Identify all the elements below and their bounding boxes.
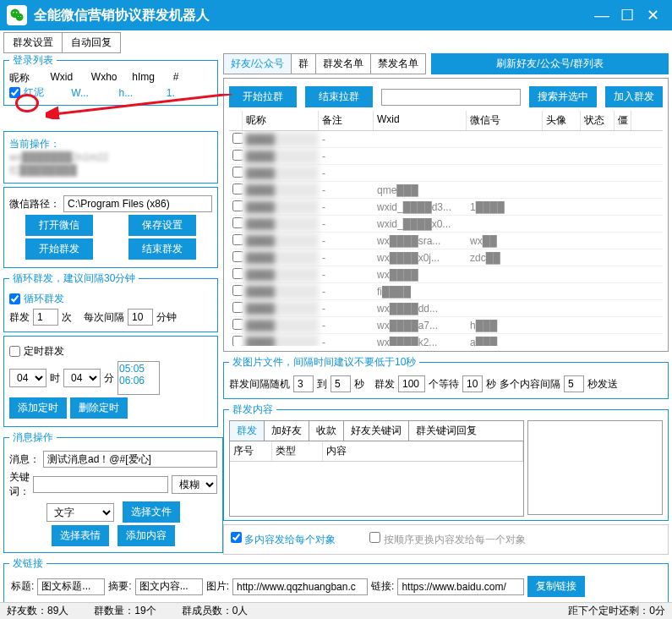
save-settings-button[interactable]: 保存设置 (128, 215, 196, 236)
add-timer-button[interactable]: 添加定时 (9, 397, 67, 419)
window-title: 全能微信营销协议群发机器人 (34, 7, 589, 25)
status-members: 群成员数：0人 (182, 604, 249, 618)
timer-list[interactable]: 05:0506:06 (117, 361, 160, 395)
wx-path-label: 微信路径： (9, 197, 60, 211)
choose-emoji-button[interactable]: 选择表情 (52, 525, 109, 546)
add-to-send-button[interactable]: 加入群发 (605, 86, 663, 107)
message-input[interactable] (43, 451, 217, 468)
main-tabs: 群发设置 自动回复 (3, 32, 121, 53)
keyword-input[interactable] (33, 476, 168, 493)
refresh-button[interactable]: 刷新好友/公众号/群列表 (431, 53, 669, 74)
table-row[interactable]: ████ - wx████x0j... zdc██ (229, 249, 663, 266)
link-summary-input[interactable] (135, 578, 203, 595)
tab-auto-reply[interactable]: 自动回复 (63, 33, 120, 52)
loop-checkbox[interactable] (9, 293, 20, 304)
choose-file-button[interactable]: 选择文件 (123, 501, 180, 523)
send-content-tabs: 群发 加好友 收款 好友关键词 群关键词回复 (229, 420, 524, 441)
wx-path-input[interactable] (63, 195, 212, 212)
login-row[interactable]: 红泥 W... h... 1. (9, 85, 212, 100)
timer-min-select[interactable]: 04 (63, 369, 101, 387)
status-groups: 群数量：19个 (94, 604, 156, 618)
table-row[interactable]: ████ - wx████a7... h███ (229, 317, 663, 334)
search-select-button[interactable]: 搜索并选中 (529, 86, 597, 107)
open-wechat-button[interactable]: 打开微信 (25, 215, 93, 236)
table-row[interactable]: ████ - (229, 148, 663, 165)
statusbar: 好友数：89人 群数量：19个 群成员数：0人 距下个定时还剩：0分 (0, 602, 672, 619)
batch-count-input[interactable] (398, 375, 425, 392)
wechat-logo-icon (7, 5, 27, 25)
tab-groups[interactable]: 群 (292, 54, 316, 74)
multi-content-checkbox[interactable]: 多内容发给每个对象 (231, 532, 336, 547)
send-content-group: 群发内容 群发 加好友 收款 好友关键词 群关键词回复 序号 类型 内容 (223, 403, 669, 521)
link-group: 发链接 标题: 摘要: 图片: 链接: 复制链接 (3, 556, 669, 603)
tab-group-kw[interactable]: 群关键词回复 (409, 421, 484, 441)
contact-tabs: 好友/公众号 群 群发名单 禁发名单 (223, 53, 426, 74)
tab-send-list[interactable]: 群发名单 (316, 54, 371, 74)
timer-checkbox[interactable] (9, 346, 20, 357)
table-row[interactable]: ████ - (229, 165, 663, 182)
contact-grid-header: 昵称 备注 Wxid 微信号 头像 状态 僵 (229, 111, 663, 131)
end-pull-button[interactable]: 结束拉群 (305, 86, 373, 107)
table-row[interactable]: ████ - wxid_████d3... 1████ (229, 199, 663, 216)
add-content-button[interactable]: 添加内容 (117, 525, 175, 546)
login-list-legend: 登录列表 (9, 53, 57, 68)
table-row[interactable]: ████ - wx████ (229, 266, 663, 283)
link-image-input[interactable] (232, 578, 368, 595)
loop-interval-input[interactable] (128, 309, 153, 326)
tab-friends[interactable]: 好友/公众号 (224, 54, 292, 74)
current-op-label: 当前操作： (9, 138, 60, 150)
svg-point-3 (16, 12, 18, 14)
tab-block-list[interactable]: 禁发名单 (371, 54, 425, 74)
img-send-group: 发图片文件，间隔时间建议不要低于10秒 群发间隔随机 到 秒 群发 个等待 秒 … (223, 355, 669, 399)
tab-mass-send[interactable]: 群发 (230, 421, 265, 441)
contact-grid-body[interactable]: ████ - ████ - ████ - ████ - qme███ ████ … (229, 131, 663, 346)
status-timer: 距下个定时还剩：0分 (568, 604, 665, 618)
current-op-panel: 当前操作： wx███████2n1m22 红████████ (3, 131, 218, 184)
login-list-group: 登录列表 昵称 Wxid Wxho hImg # 红泥 W... h... (3, 53, 218, 106)
close-button[interactable]: ✕ (640, 6, 665, 25)
tab-add-friend[interactable]: 加好友 (265, 421, 309, 441)
login-checkbox[interactable] (9, 87, 20, 98)
link-title-input[interactable] (37, 578, 105, 595)
loop-count-input[interactable] (33, 309, 58, 326)
link-url-input[interactable] (397, 578, 524, 595)
svg-point-5 (20, 16, 21, 17)
titlebar: 全能微信营销协议群发机器人 — ☐ ✕ (0, 0, 672, 30)
svg-point-4 (18, 16, 19, 17)
table-row[interactable]: ████ - wx████dd... (229, 300, 663, 317)
preview-panel (527, 420, 663, 515)
table-row[interactable]: ████ - qme███ (229, 182, 663, 199)
rand-min-input[interactable] (293, 375, 314, 392)
table-row[interactable]: ████ - fi████ (229, 283, 663, 300)
table-row[interactable]: ████ - wx████k2... a███ (229, 334, 663, 346)
minimize-button[interactable]: — (589, 7, 615, 25)
sequential-checkbox[interactable]: 按顺序更换内容发给每一个对象 (369, 532, 525, 547)
keyword-mode-select[interactable]: 模糊 (172, 475, 217, 494)
timer-hour-select[interactable]: 04 (9, 369, 46, 387)
search-input[interactable] (381, 89, 521, 106)
tab-friend-kw[interactable]: 好友关键词 (344, 421, 409, 441)
start-pull-button[interactable]: 开始拉群 (229, 86, 297, 107)
content-type-select[interactable]: 文字 (46, 503, 114, 522)
del-timer-button[interactable]: 删除定时 (70, 397, 128, 419)
table-row[interactable]: ████ - wx████sra... wx██ (229, 233, 663, 249)
message-group: 消息操作 消息： 关键词： 模糊 文字 选择文件 选择表情 添加内容 (3, 430, 223, 553)
stop-send-button[interactable]: 结束群发 (128, 238, 196, 260)
status-friends: 好友数：89人 (7, 604, 68, 618)
copy-link-button[interactable]: 复制链接 (527, 576, 585, 597)
batch-wait-input[interactable] (462, 375, 483, 392)
tab-collect[interactable]: 收款 (309, 421, 344, 441)
start-send-button[interactable]: 开始群发 (25, 238, 93, 260)
content-gap-input[interactable] (564, 375, 584, 392)
rand-max-input[interactable] (331, 375, 351, 392)
tab-send-settings[interactable]: 群发设置 (4, 33, 63, 52)
table-row[interactable]: ████ - wxid_████x0... (229, 216, 663, 233)
table-row[interactable]: ████ - (229, 131, 663, 148)
maximize-button[interactable]: ☐ (615, 6, 640, 25)
loop-send-group: 循环群发，建议间隔30分钟 循环群发 群发 次 每次间隔 分钟 (3, 271, 218, 332)
svg-point-2 (13, 12, 14, 14)
svg-point-1 (16, 14, 24, 21)
